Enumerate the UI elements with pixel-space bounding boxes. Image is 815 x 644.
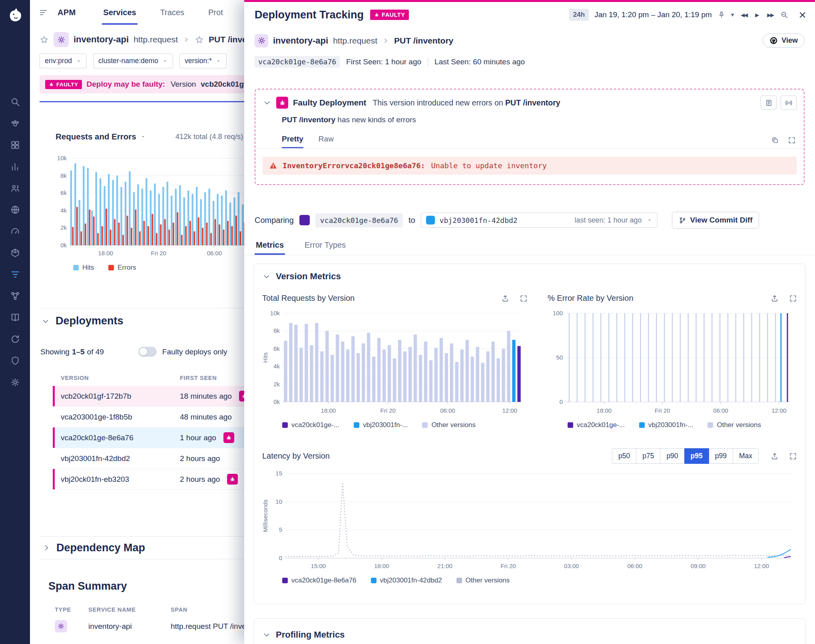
tab-metrics[interactable]: Metrics — [255, 237, 285, 255]
legend-item[interactable]: vbj203001fn-... — [639, 421, 693, 429]
filter-chip[interactable]: env:prod — [40, 54, 87, 68]
deployment-row[interactable]: vca203001ge-1f8b5b48 minutes ago — [53, 407, 244, 427]
search-icon[interactable] — [10, 97, 20, 107]
tab-error-types[interactable]: Error Types — [303, 237, 347, 255]
percentile-p50[interactable]: p50 — [612, 448, 636, 464]
security-icon[interactable] — [10, 356, 20, 366]
legend-item[interactable]: vca20ck01ge-... — [282, 421, 339, 429]
legend-item[interactable]: Errors — [108, 264, 136, 272]
skip-back-button[interactable]: ◀◀ — [739, 12, 748, 18]
span-name[interactable]: http.request PUT /inventory — [171, 622, 244, 631]
error-rate-chart[interactable]: 05010018:00Fri 2006:0012:00vca20ck01ge-.… — [548, 309, 797, 429]
legend-item[interactable]: vbj203001fn-42dbd2 — [371, 576, 442, 584]
copy-icon[interactable] — [771, 136, 779, 144]
skip-forward-button[interactable]: ▶▶ — [766, 12, 775, 18]
service-name[interactable]: inventory-api — [273, 36, 328, 46]
legend-item[interactable]: Other versions — [456, 576, 510, 584]
total-requests-chart[interactable]: 0k2k4k6k8k10k18:00Fri 2006:0012:00Hitsvc… — [262, 309, 528, 429]
export-icon[interactable] — [771, 294, 779, 302]
tab-raw[interactable]: Raw — [319, 135, 334, 148]
watchdog-icon[interactable] — [10, 118, 20, 129]
filter-chip[interactable]: version:* — [179, 54, 227, 68]
logs-icon[interactable] — [10, 312, 20, 323]
latency-chart[interactable]: 05101515:0018:0021:00Fri 2003:0006:0009:… — [262, 470, 797, 584]
faulty-only-toggle[interactable] — [138, 347, 157, 357]
expand-icon[interactable] — [520, 294, 528, 302]
error-message-bar[interactable]: InventoryErrorvca20ck01ge8e6a76: Unable … — [263, 157, 797, 175]
svg-text:Fri 20: Fri 20 — [655, 407, 670, 414]
settings-icon[interactable] — [10, 377, 20, 388]
tab-traces[interactable]: Traces — [159, 0, 185, 25]
time-range-chip[interactable]: 24h — [569, 9, 589, 21]
comparing-from-version[interactable]: vca20ck01ge-8e6a76 — [315, 213, 403, 227]
legend-item[interactable]: Other versions — [707, 421, 761, 429]
legend-item[interactable]: vbj203001fn-... — [354, 421, 408, 429]
deployment-row[interactable]: vcb20ck01gf-172b7b18 minutes ago — [53, 386, 244, 407]
chevron-down-icon[interactable] — [262, 630, 271, 639]
deployment-row[interactable]: vbj203001fn-42dbd22 hours ago — [53, 448, 244, 469]
deployment-row[interactable]: vca20ck01ge-8e6a761 hour ago — [53, 427, 244, 448]
legend-item[interactable]: Other versions — [422, 421, 476, 429]
version-chip[interactable]: vca20ck01ge-8e6a76 — [255, 56, 340, 68]
comparing-version-dropdown[interactable]: vbj203001fn-42dbd2 last seen: 1 hour ago — [421, 213, 658, 228]
caret-down-icon[interactable] — [140, 134, 146, 139]
related-logs-button[interactable] — [761, 95, 777, 110]
span-summary-row[interactable]: inventory-api http.request PUT /inventor… — [55, 620, 244, 632]
faulty-deploy-banner[interactable]: FAULTY Deploy may be faulty: Version vcb… — [40, 75, 244, 93]
pin-icon[interactable] — [717, 11, 725, 19]
chevron-down-icon[interactable] — [41, 317, 50, 326]
legend-item[interactable]: vca20ck01ge-8e6a76 — [282, 576, 357, 584]
synthetics-icon[interactable] — [10, 205, 20, 215]
zoom-out-icon[interactable] — [780, 11, 788, 19]
percentile-p90[interactable]: p90 — [660, 448, 684, 464]
play-button[interactable]: ▶ — [754, 12, 760, 18]
favorite-star-icon[interactable] — [195, 35, 204, 44]
caret-down-icon[interactable]: ▾ — [731, 11, 734, 18]
nav-toggle-icon[interactable] — [39, 8, 48, 17]
monitors-icon[interactable] — [10, 226, 20, 237]
operation-name[interactable]: http.request — [333, 36, 377, 46]
apm-tabs: ServicesTracesProt — [102, 0, 224, 25]
span-service-name[interactable]: inventory-api — [88, 622, 171, 631]
percentile-p75[interactable]: p75 — [636, 448, 660, 464]
requests-chart-title[interactable]: Requests and Errors — [56, 132, 136, 141]
dependency-map-section[interactable]: Dependency Map — [40, 536, 244, 559]
infrastructure-icon[interactable] — [10, 248, 20, 258]
service-name[interactable]: inventory-api — [74, 34, 129, 45]
metrics-icon[interactable] — [10, 161, 20, 172]
deployment-row[interactable]: vbj20ck01fn-eb32032 hours ago — [53, 469, 244, 490]
filter-chip[interactable]: cluster-name:demo — [93, 54, 173, 68]
tab-prot[interactable]: Prot — [207, 0, 224, 25]
chevron-down-icon[interactable] — [263, 98, 271, 107]
view-commit-diff-button[interactable]: View Commit Diff — [672, 212, 759, 229]
expand-icon[interactable] — [788, 136, 796, 144]
requests-errors-chart[interactable]: 0k2k4k6k8k10k18:00Fri 2006:00HitsErrors — [53, 155, 244, 272]
related-signals-button[interactable] — [781, 95, 797, 110]
export-icon[interactable] — [501, 294, 509, 302]
chevron-down-icon[interactable] — [262, 272, 271, 281]
svg-text:2k: 2k — [60, 224, 67, 231]
tab-pretty[interactable]: Pretty — [282, 135, 303, 148]
network-icon[interactable] — [10, 291, 20, 301]
export-icon[interactable] — [771, 452, 779, 460]
datadog-logo[interactable] — [4, 3, 26, 26]
legend-item[interactable]: vca20ck01ge-... — [568, 421, 625, 429]
time-span[interactable]: Jan 19, 1:20 pm – Jan 20, 1:19 pm — [594, 10, 712, 19]
percentile-p95[interactable]: p95 — [684, 448, 709, 464]
resource-name[interactable]: PUT /inventory — [394, 36, 453, 46]
legend-item[interactable]: Hits — [73, 264, 94, 272]
users-icon[interactable] — [10, 183, 20, 193]
apm-icon[interactable] — [10, 269, 20, 280]
expand-icon[interactable] — [789, 452, 797, 460]
profiling-metrics-card[interactable]: Profiling Metrics — [254, 618, 805, 644]
expand-icon[interactable] — [789, 294, 797, 302]
percentile-p99[interactable]: p99 — [709, 448, 733, 464]
percentile-max[interactable]: Max — [733, 448, 759, 464]
tab-services[interactable]: Services — [102, 0, 137, 25]
operation-name[interactable]: http.request — [134, 35, 178, 44]
close-button[interactable]: × — [799, 8, 806, 21]
ci-icon[interactable] — [10, 334, 20, 344]
favorite-star-icon[interactable] — [40, 35, 49, 44]
dashboards-icon[interactable] — [10, 140, 20, 150]
view-on-github-button[interactable]: View — [763, 34, 805, 48]
